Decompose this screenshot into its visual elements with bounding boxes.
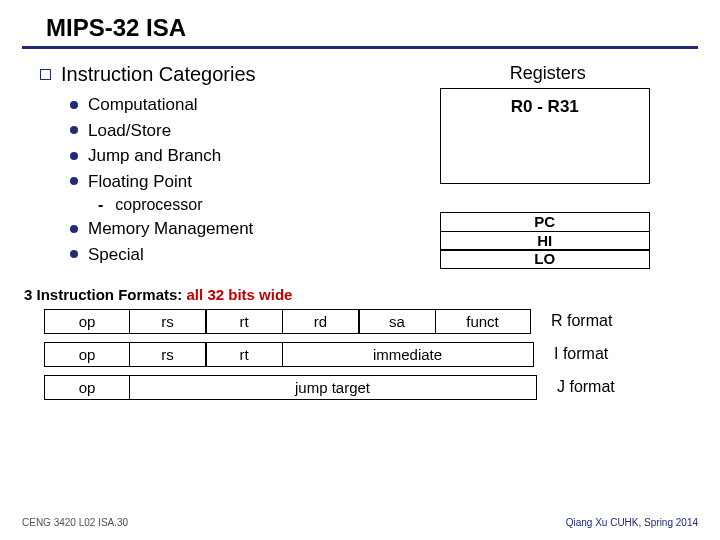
footer-left: CENG 3420 L02 ISA.30 [22, 517, 128, 528]
registers-heading: Registers [406, 63, 690, 84]
reg-hi: HI [440, 231, 650, 251]
footer-right: Qiang Xu CUHK, Spring 2014 [566, 517, 698, 528]
field-op: op [44, 342, 130, 367]
dot-icon [70, 152, 78, 160]
list-item: Floating Point [70, 169, 396, 195]
main-content: Instruction Categories Computational Loa… [0, 49, 720, 274]
field-op: op [44, 309, 130, 334]
reg-pc: PC [440, 212, 650, 232]
formats-heading-a: 3 Instruction Formats: [24, 286, 187, 303]
field-sa: sa [358, 309, 436, 334]
list-item: Jump and Branch [70, 143, 396, 169]
dot-icon [70, 250, 78, 258]
formats-area: op rs rt rd sa funct R format op rs rt i… [0, 309, 720, 400]
slide-title: MIPS-32 ISA [22, 0, 698, 49]
section-heading-row: Instruction Categories [40, 63, 396, 86]
list-item: Computational [70, 92, 396, 118]
format-row-r: op rs rt rd sa funct R format [44, 309, 700, 334]
field-immediate: immediate [282, 342, 534, 367]
section-heading: Instruction Categories [61, 63, 256, 86]
dot-icon [70, 225, 78, 233]
field-rs: rs [129, 342, 207, 367]
field-op: op [44, 375, 130, 400]
item-text: Special [88, 242, 144, 268]
field-rs: rs [129, 309, 207, 334]
format-row-i: op rs rt immediate I format [44, 342, 700, 367]
field-rt: rt [205, 309, 283, 334]
format-label-i: I format [554, 345, 608, 363]
reg-lo: LO [440, 249, 650, 269]
dot-icon [70, 177, 78, 185]
item-text: Floating Point [88, 169, 192, 195]
field-rd: rd [282, 309, 360, 334]
format-label-r: R format [551, 312, 612, 330]
format-row-j: op jump target J format [44, 375, 700, 400]
category-list-1: Computational Load/Store Jump and Branch… [70, 92, 396, 194]
special-registers: PC HI LO [440, 212, 650, 269]
field-funct: funct [435, 309, 531, 334]
left-column: Instruction Categories Computational Loa… [40, 63, 396, 268]
sub-item-text: coprocessor [115, 196, 202, 214]
dot-icon [70, 126, 78, 134]
sub-item: coprocessor [98, 196, 396, 214]
item-text: Computational [88, 92, 198, 118]
list-item: Memory Management [70, 216, 396, 242]
field-rt: rt [205, 342, 283, 367]
list-item: Special [70, 242, 396, 268]
right-column: Registers R0 - R31 PC HI LO [396, 63, 690, 268]
square-bullet-icon [40, 69, 51, 80]
formats-heading: 3 Instruction Formats: all 32 bits wide [24, 286, 720, 303]
item-text: Memory Management [88, 216, 253, 242]
format-label-j: J format [557, 378, 615, 396]
footer: CENG 3420 L02 ISA.30 Qiang Xu CUHK, Spri… [22, 517, 698, 528]
category-list-2: Memory Management Special [70, 216, 396, 267]
formats-heading-b: all 32 bits wide [187, 286, 293, 303]
item-text: Load/Store [88, 118, 171, 144]
field-jump-target: jump target [129, 375, 537, 400]
register-file-box: R0 - R31 [440, 88, 650, 184]
item-text: Jump and Branch [88, 143, 221, 169]
list-item: Load/Store [70, 118, 396, 144]
dot-icon [70, 101, 78, 109]
